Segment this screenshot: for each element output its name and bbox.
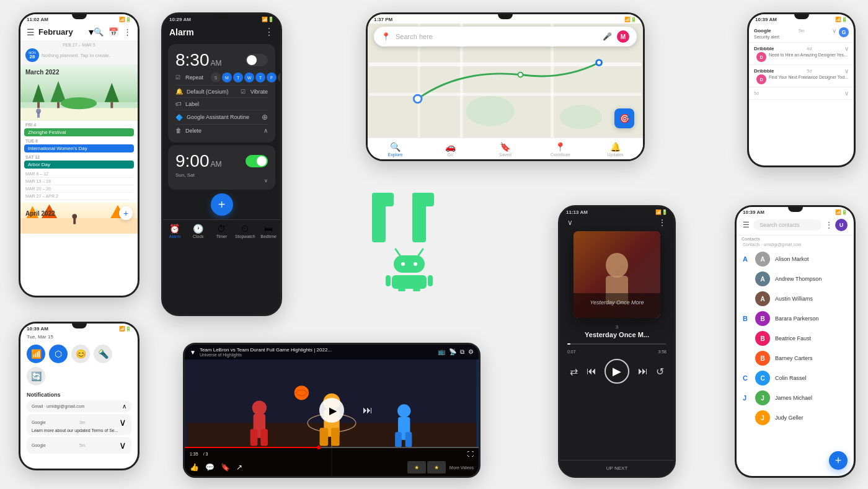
day-s1[interactable]: S [211, 73, 221, 82]
music-shuffle-icon[interactable]: ⇄ [570, 366, 578, 377]
yt-settings-icon[interactable]: ⚙ [468, 348, 474, 356]
calendar-month-dropdown[interactable]: ▾ [89, 26, 94, 38]
maps-location-button[interactable]: 🎯 [614, 108, 634, 128]
day-m[interactable]: M [222, 73, 232, 82]
maps-mic-icon[interactable]: 🎤 [603, 32, 612, 41]
contact-item-james[interactable]: J J James Michael [737, 388, 854, 408]
yt-share-icon[interactable]: ↗ [236, 463, 242, 472]
today-num: 28 [30, 55, 35, 59]
music-play-button[interactable]: ▶ [604, 359, 629, 384]
qs-tile-autorotate[interactable]: 🔄 [27, 367, 45, 385]
alarm-item-1[interactable]: 8:30 AM ☑ Repeat S M T W T F S [168, 44, 275, 143]
qs-notif-google-2[interactable]: Google 5m ∨ [27, 437, 131, 454]
event-arbor-day[interactable]: Arbor Day [24, 161, 134, 169]
qs-tile-flashlight[interactable]: 🔦 [94, 345, 112, 363]
contact-item-barney[interactable]: B Barney Carters [737, 348, 854, 368]
contact-item-beatrice[interactable]: B Beatrice Faust [737, 328, 854, 348]
qs-notif-gmail[interactable]: Gmail · umidigi@gmail.com ∧ [27, 400, 131, 412]
qs-notif-google-1[interactable]: Google 3m ∨ Learn more about our updated… [27, 414, 131, 435]
yt-fullscreen-icon[interactable]: ⛶ [467, 451, 474, 457]
alarm-more-icon[interactable]: ⋮ [264, 26, 274, 38]
yt-like-icon[interactable]: 👍 [190, 463, 199, 472]
event-womens-day[interactable]: International Women's Day [24, 144, 134, 152]
maps-nav-contribute[interactable]: 📍 Contribute [533, 142, 588, 157]
notif-item-2[interactable]: Dribbble 4d ∨ D Need to Hire an Amazing … [749, 43, 854, 65]
alarm-toggle-2[interactable] [246, 155, 268, 167]
contact-item-judy[interactable]: J Judy Geller [737, 408, 854, 428]
yt-pip-icon[interactable]: ⧉ [460, 348, 464, 356]
yt-airplay-icon[interactable]: 📺 [438, 348, 445, 356]
nav-alarm[interactable]: ⏰ Alarm [163, 224, 187, 239]
music-time-row: 0:07 3:58 [560, 350, 674, 354]
day-t1[interactable]: T [233, 73, 243, 82]
day-t2[interactable]: T [255, 73, 265, 82]
more-icon[interactable]: ⋮ [123, 27, 131, 37]
calendar-month-title[interactable]: February [38, 27, 89, 37]
day-s2[interactable]: S [278, 73, 280, 82]
yt-save-icon[interactable]: 🔖 [221, 463, 230, 472]
repeat-checkbox[interactable]: ☑ [175, 74, 180, 81]
event-date-2: TUE 8 [20, 137, 138, 144]
maps-search-input[interactable]: Search here [396, 33, 598, 40]
notif-item-1[interactable]: Google 5m ∨ Security alert G [749, 25, 854, 43]
music-repeat-icon[interactable]: ↺ [656, 366, 664, 377]
day-w[interactable]: W [244, 73, 254, 82]
music-next-icon[interactable]: ⏭ [638, 366, 648, 377]
contact-item-alison[interactable]: A A Alison Markot [737, 249, 854, 269]
svg-rect-45 [395, 432, 402, 447]
alarm-add-button[interactable]: + [211, 193, 233, 216]
contacts-more-icon[interactable]: ⋮ [825, 221, 833, 229]
maps-nav-saved[interactable]: 🔖 Saved [478, 142, 533, 157]
notif-item-3[interactable]: Dribbble 5d ∨ D Find Your Next Freelance… [749, 65, 854, 87]
event-zhonghe[interactable]: Zhonghe Festival [24, 128, 134, 136]
nav-bedtime[interactable]: 🛏 Bedtime [257, 224, 280, 239]
contacts-user-avatar[interactable]: U [835, 219, 848, 231]
maps-search-bar[interactable]: 📍 Search here 🎤 M [374, 27, 637, 46]
april-add-button[interactable]: + [119, 206, 133, 220]
nav-timer[interactable]: ⏱ Timer [210, 224, 234, 239]
alarm-time-display: 8:30 AM [175, 50, 222, 70]
maps-nav-updates[interactable]: 🔔 Updates [588, 142, 643, 157]
calendar-view-icon[interactable]: 📅 [108, 27, 118, 37]
alarm-item-2[interactable]: 9:00 AM Sun, Sat ∨ [168, 145, 275, 190]
nav-stopwatch[interactable]: ⏲ Stopwatch [233, 224, 257, 239]
yt-play-button[interactable]: ▶ [319, 398, 344, 423]
qs-tile-dnd[interactable]: 😊 [71, 345, 90, 363]
yt-progress-bar[interactable] [185, 447, 479, 448]
youtube-video-area: ▼ Team LeBron vs Team Durant Full Game H… [185, 345, 479, 476]
notif-app-2: Dribbble [754, 46, 774, 51]
add-routine-icon[interactable]: ⊕ [262, 113, 268, 121]
yt-cast-icon[interactable]: 📡 [449, 348, 456, 356]
notif-time-2: 4d [807, 46, 812, 51]
contacts-search-bar[interactable]: Search contacts [753, 219, 822, 231]
contact-item-andrew[interactable]: A Andrew Thompson [737, 269, 854, 289]
contact-item-colin[interactable]: C C Colin Rassel [737, 368, 854, 388]
contact-item-austin[interactable]: A Austin Williams [737, 289, 854, 309]
contacts-menu-icon[interactable]: ☰ [743, 221, 750, 229]
yt-back-icon[interactable]: ▼ [190, 349, 196, 356]
day-f[interactable]: F [267, 73, 277, 82]
alarm-toggle-1[interactable] [246, 54, 268, 66]
search-icon[interactable]: 🔍 [94, 27, 104, 37]
vibrate-checkbox[interactable]: ☑ [241, 89, 246, 95]
music-prev-icon[interactable]: ⏮ [587, 366, 596, 377]
yt-comment-icon[interactable]: 💬 [205, 463, 215, 472]
contacts-add-button[interactable]: + [829, 451, 848, 470]
qs-google1-text: Learn more about our updated Terms of Se… [32, 428, 126, 433]
menu-icon[interactable]: ☰ [27, 27, 35, 37]
nav-clock[interactable]: 🕐 Clock [187, 224, 210, 239]
assistant-icon: 🔷 [175, 114, 183, 121]
maps-nav-explore[interactable]: 🔍 Explore [368, 142, 423, 157]
contact-item-barara[interactable]: B B Barara Parkerson [737, 309, 854, 328]
music-back-icon[interactable]: ∨ [567, 218, 573, 227]
qs-tile-wifi[interactable]: 📶 [27, 345, 45, 363]
alarm2-chevron[interactable]: ∨ [175, 178, 268, 183]
yt-next-button[interactable]: ⏭ [363, 405, 373, 416]
music-progress-bar[interactable] [567, 343, 666, 345]
maps-user-avatar[interactable]: M [617, 30, 629, 43]
music-more-icon[interactable]: ⋮ [658, 218, 666, 227]
notif-item-4[interactable]: 5d ∨ [749, 87, 854, 100]
delete-label[interactable]: Delete [185, 128, 264, 134]
qs-tile-bluetooth[interactable]: ⬡ [49, 345, 68, 363]
maps-nav-go[interactable]: 🚗 Go [423, 142, 478, 157]
